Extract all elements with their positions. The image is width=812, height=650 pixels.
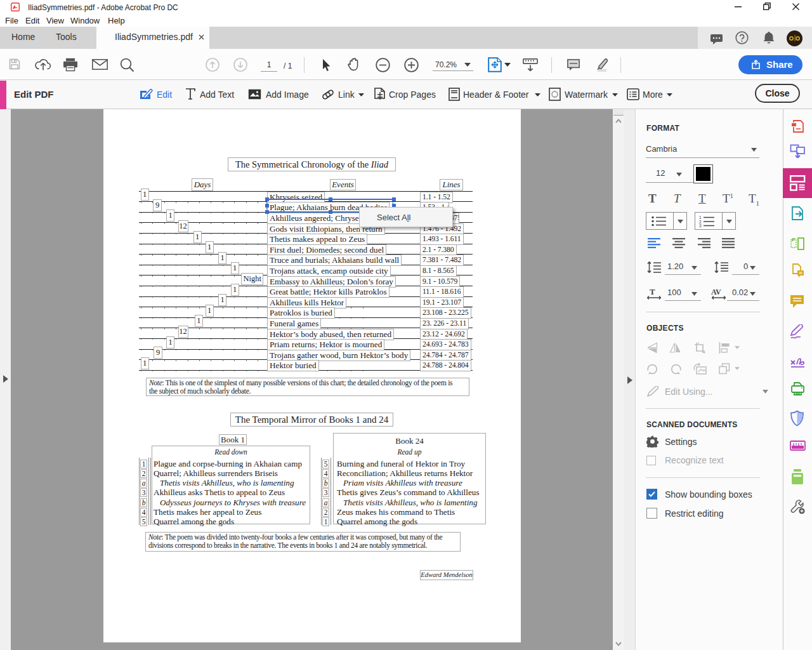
svg-text:AV: AV xyxy=(711,288,721,296)
svg-text:T: T xyxy=(650,288,655,296)
svg-text:3: 3 xyxy=(699,223,702,227)
